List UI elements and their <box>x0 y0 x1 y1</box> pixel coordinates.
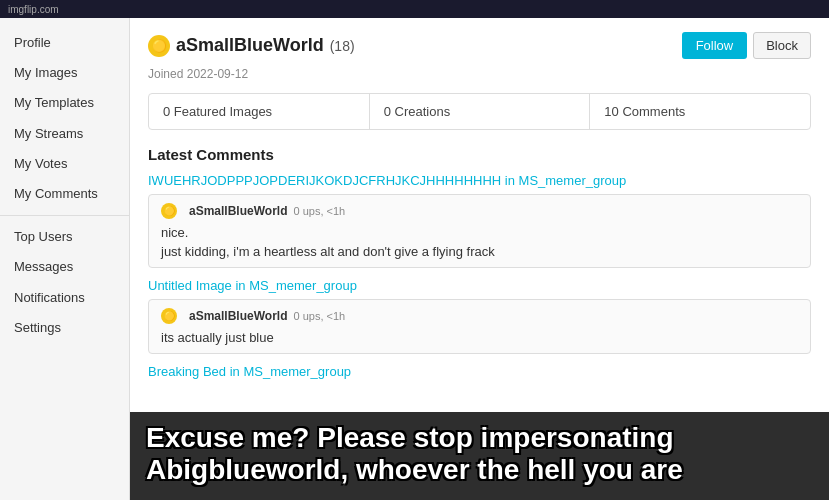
site-logo: imgflip.com <box>8 4 59 15</box>
avatar-icon: 🟡 <box>148 35 170 57</box>
meme-text: Excuse me? Please stop impersonating Abi… <box>146 422 813 486</box>
comment-info-2: 0 ups, <1h <box>293 310 345 322</box>
sidebar-item-my-images[interactable]: My Images <box>0 58 129 88</box>
comment-meta-1: 🟡 aSmallBlueWorld 0 ups, <1h <box>161 203 798 219</box>
sidebar-item-my-comments[interactable]: My Comments <box>0 179 129 209</box>
comment-info-1: 0 ups, <1h <box>293 205 345 217</box>
comment-avatar-1: 🟡 <box>161 203 177 219</box>
joined-date: Joined 2022-09-12 <box>148 67 811 81</box>
user-count: (18) <box>330 38 355 54</box>
comment-link-breaking-bed[interactable]: Breaking Bed in MS_memer_group <box>148 364 811 379</box>
comment-text-1a: nice. <box>161 225 798 240</box>
profile-actions: Follow Block <box>682 32 811 59</box>
comment-link-2[interactable]: Untitled Image in MS_memer_group <box>148 278 811 293</box>
username: aSmallBlueWorld <box>176 35 324 56</box>
stats-row: 0 Featured Images 0 Creations 10 Comment… <box>148 93 811 130</box>
sidebar-item-my-votes[interactable]: My Votes <box>0 149 129 179</box>
sidebar: Profile My Images My Templates My Stream… <box>0 18 130 500</box>
stat-comments: 10 Comments <box>590 94 810 129</box>
meme-overlay: Excuse me? Please stop impersonating Abi… <box>130 412 829 500</box>
sidebar-item-profile[interactable]: Profile <box>0 28 129 58</box>
comment-meta-2: 🟡 aSmallBlueWorld 0 ups, <1h <box>161 308 798 324</box>
follow-button[interactable]: Follow <box>682 32 748 59</box>
comment-text-1b: just kidding, i'm a heartless alt and do… <box>161 244 798 259</box>
stat-creations: 0 Creations <box>370 94 591 129</box>
comment-block-2: 🟡 aSmallBlueWorld 0 ups, <1h its actuall… <box>148 299 811 354</box>
block-button[interactable]: Block <box>753 32 811 59</box>
sidebar-item-top-users[interactable]: Top Users <box>0 222 129 252</box>
sidebar-item-my-templates[interactable]: My Templates <box>0 88 129 118</box>
comment-avatar-2: 🟡 <box>161 308 177 324</box>
sidebar-item-my-streams[interactable]: My Streams <box>0 119 129 149</box>
comment-block-1: 🟡 aSmallBlueWorld 0 ups, <1h nice. just … <box>148 194 811 268</box>
stat-featured-images: 0 Featured Images <box>149 94 370 129</box>
comment-username-2: aSmallBlueWorld <box>189 309 287 323</box>
sidebar-item-settings[interactable]: Settings <box>0 313 129 343</box>
latest-comments-title: Latest Comments <box>148 146 811 163</box>
comment-username-1: aSmallBlueWorld <box>189 204 287 218</box>
sidebar-item-messages[interactable]: Messages <box>0 252 129 282</box>
comment-link-1[interactable]: IWUEHRJODPPPJOPDERIJKOKDJCFRHJKCJHHHHHHH… <box>148 173 811 188</box>
top-bar: imgflip.com <box>0 0 829 18</box>
sidebar-item-notifications[interactable]: Notifications <box>0 283 129 313</box>
main-content: 🟡 aSmallBlueWorld (18) Follow Block Join… <box>130 18 829 500</box>
comment-text-2a: its actually just blue <box>161 330 798 345</box>
profile-header: 🟡 aSmallBlueWorld (18) Follow Block <box>148 32 811 59</box>
sidebar-divider <box>0 215 129 216</box>
